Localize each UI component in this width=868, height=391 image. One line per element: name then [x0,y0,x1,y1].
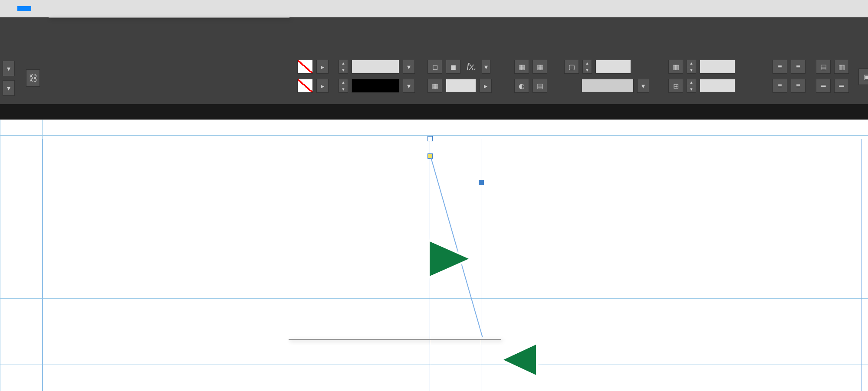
fill-none-swatch[interactable] [297,60,313,74]
fill-apply-button[interactable]: ▸ [316,60,329,74]
align-justify-button[interactable]: ≡ [791,79,806,93]
text-wrap-none[interactable]: ▦ [514,60,529,74]
menu-table[interactable] [3,6,17,11]
control-panel: ▾ ▾ ⛓ ▸ ▸ ▲▼ ▾ ▲▼ ▾ ◻ ◼ fx. ▾ ▦ ▸ ▦ ▦ ◐ [0,17,868,104]
misc-button-a[interactable]: ═ [816,79,831,93]
document-canvas[interactable] [0,104,868,391]
menubar [0,0,868,17]
corner-x-field[interactable] [595,60,631,74]
link-icon[interactable]: ⛓ [26,69,40,87]
menu-window[interactable] [31,6,45,11]
effects-corner-button[interactable]: ◻ [427,60,442,74]
horizontal-ruler [0,104,868,120]
guide-line [0,135,868,136]
gutter-stepper[interactable]: ▲▼ [687,79,696,93]
panel-toggle-top[interactable]: ▾ [3,61,15,76]
text-wrap-jump[interactable]: ▤ [533,79,547,93]
opacity-dropdown[interactable]: ▸ [480,79,492,93]
balance-columns-button[interactable]: ▤ [816,60,831,74]
menu-view[interactable] [17,6,31,11]
corner-x-stepper[interactable]: ▲▼ [582,60,592,74]
stroke-style-stepper[interactable]: ▲▼ [339,79,348,93]
text-wrap-bounding[interactable]: ▦ [533,60,547,74]
in-port[interactable] [479,180,484,185]
fx-label: fx. [467,61,477,72]
balance-columns-button-2[interactable]: ▥ [834,60,849,74]
out-port-top[interactable] [427,136,433,141]
stroke-style-swatch[interactable] [352,79,399,93]
stroke-weight-dropdown[interactable]: ▾ [403,60,415,74]
align-top-button[interactable]: ≡ [773,60,787,74]
stroke-apply-button[interactable]: ▸ [316,79,329,93]
corner-shape-dropdown[interactable]: ▾ [637,79,649,93]
stroke-none-swatch[interactable] [297,79,313,93]
gutter-field[interactable] [700,79,735,93]
opacity-checker-icon: ▦ [427,79,442,93]
align-center-button[interactable]: ≡ [791,60,806,74]
align-bottom-button[interactable]: ≡ [773,79,787,93]
out-port-overflow[interactable] [427,153,433,159]
gutter-icon: ⊞ [668,79,683,93]
panel-toggle-bottom[interactable]: ▾ [3,80,15,96]
columns-field[interactable] [700,60,735,74]
corner-shape-field[interactable] [582,79,634,93]
columns-stepper[interactable]: ▲▼ [687,60,696,74]
annotation-arrow-right [343,233,473,285]
fx-dropdown[interactable]: ▾ [482,60,490,74]
stroke-style-dropdown[interactable]: ▾ [403,79,415,93]
columns-icon: ▥ [668,60,683,74]
misc-button-b[interactable]: ═ [834,79,849,93]
text-wrap-shape[interactable]: ◐ [514,79,529,93]
stroke-weight-field[interactable] [352,60,399,74]
effects-drop-shadow-button[interactable]: ◼ [446,60,460,74]
guide-line [0,120,0,391]
view-menu-dropdown [49,17,289,18]
extras-submenu [289,339,501,340]
stroke-weight-stepper[interactable]: ▲▼ [339,60,348,74]
annotation-arrow-left [501,338,601,381]
opacity-field[interactable] [446,79,476,93]
corner-options-icon[interactable]: ▢ [564,60,579,74]
menu-help[interactable] [45,6,59,11]
frame-fitting-button[interactable]: ▣ [858,68,868,85]
